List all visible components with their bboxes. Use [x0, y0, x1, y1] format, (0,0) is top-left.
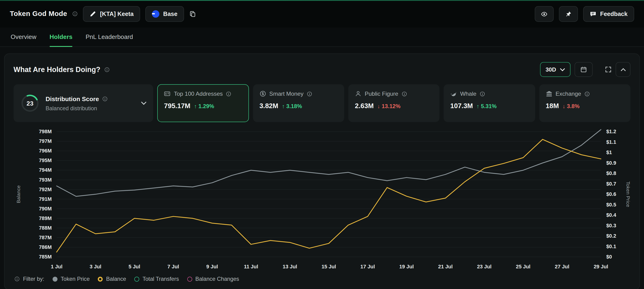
stat-card-smart-money[interactable]: Smart Money3.82M↑ 3.18%: [253, 84, 344, 122]
stat-card-change: ↓ 13.12%: [377, 103, 400, 109]
svg-text:798M: 798M: [39, 129, 52, 134]
info-icon: [307, 91, 312, 96]
stat-card-change: ↓ 3.8%: [563, 103, 580, 109]
legend-item-balance[interactable]: Balance: [98, 276, 126, 282]
stat-card-change: ↑ 3.18%: [282, 103, 302, 109]
stat-card-label: Public Figure: [365, 91, 398, 97]
pin-button[interactable]: [559, 6, 578, 22]
page-title: Token God Mode: [10, 10, 67, 18]
base-chain-icon: [152, 10, 160, 18]
svg-text:1 Jul: 1 Jul: [51, 264, 62, 269]
panel-header: What Are Holders Doing? 30D: [14, 62, 630, 77]
holders-balance-chart[interactable]: 798M797M796M795M794M793M792M791M790M789M…: [14, 126, 630, 272]
legend-item-token-price[interactable]: Token Price: [52, 276, 90, 282]
svg-text:17 Jul: 17 Jul: [360, 264, 375, 269]
svg-text:19 Jul: 19 Jul: [399, 264, 414, 269]
svg-text:5 Jul: 5 Jul: [128, 264, 140, 269]
svg-text:$0.2: $0.2: [606, 233, 616, 239]
stat-card-top-100-addresses[interactable]: Top 100 Addresses795.17M↑ 1.29%: [158, 84, 249, 122]
info-icon: [226, 91, 232, 96]
timeframe-select[interactable]: 30D: [540, 62, 570, 77]
tab-pnl-leaderboard[interactable]: PnL Leaderboard: [86, 28, 133, 47]
stat-card-whale[interactable]: Whale107.3M↑ 5.31%: [444, 84, 535, 122]
chain-selector-button[interactable]: Base: [146, 6, 184, 22]
chain-selector-label: Base: [163, 11, 178, 17]
svg-text:25 Jul: 25 Jul: [516, 264, 530, 269]
feedback-button[interactable]: Feedback: [583, 6, 634, 22]
stat-card-value: 2.63M: [355, 102, 374, 110]
svg-text:$0: $0: [606, 254, 612, 260]
series-line-token-price: [57, 130, 601, 196]
tab-bar: OverviewHoldersPnL Leaderboard: [0, 28, 644, 47]
stat-card-public-figure[interactable]: Public Figure2.63M↓ 13.12%: [348, 84, 440, 122]
chevron-down-icon[interactable]: [141, 100, 147, 106]
stat-card-distribution-score[interactable]: 23Distribution ScoreBalanced distributio…: [14, 84, 153, 122]
info-icon: [584, 91, 590, 96]
date-picker-button[interactable]: [575, 62, 593, 77]
bank-icon: [546, 91, 552, 97]
svg-text:23 Jul: 23 Jul: [477, 264, 492, 269]
whale-icon: [450, 91, 457, 97]
info-icon[interactable]: [104, 67, 110, 72]
tab-overview[interactable]: Overview: [11, 28, 36, 47]
svg-text:21 Jul: 21 Jul: [438, 264, 453, 269]
svg-text:$1.1: $1.1: [606, 139, 616, 145]
legend-marker-total-transfers: [134, 276, 139, 281]
svg-text:797M: 797M: [39, 138, 52, 144]
svg-text:$0.1: $0.1: [606, 243, 616, 249]
svg-text:27 Jul: 27 Jul: [555, 264, 569, 269]
card-icon: [164, 91, 170, 97]
app-root: Token God Mode [KTA] Keeta Base: [0, 0, 644, 289]
chart-filter-legend: Filter by: Token PriceBalanceTotal Trans…: [14, 272, 630, 287]
legend-item-label: Token Price: [61, 276, 90, 282]
svg-text:$0.5: $0.5: [606, 202, 616, 208]
svg-text:Balance: Balance: [16, 185, 21, 203]
legend-item-total-transfers[interactable]: Total Transfers: [134, 276, 179, 282]
stat-card-exchange[interactable]: Exchange18M↓ 3.8%: [539, 84, 630, 122]
watch-button[interactable]: [535, 6, 554, 22]
token-selector-label: [KTA] Keeta: [100, 11, 134, 17]
info-icon: [480, 91, 485, 96]
info-icon[interactable]: [72, 11, 78, 17]
series-line-balance: [57, 139, 601, 252]
filter-by-label: Filter by:: [23, 276, 44, 282]
token-selector-button[interactable]: [KTA] Keeta: [83, 6, 140, 22]
stat-card-label: Whale: [460, 91, 476, 97]
holders-panel: What Are Holders Doing? 30D: [4, 54, 640, 289]
distribution-score-value: 23: [20, 93, 40, 113]
legend-item-label: Total Transfers: [142, 276, 179, 282]
timeframe-label: 30D: [546, 66, 556, 73]
main-content: What Are Holders Doing? 30D: [0, 47, 644, 289]
svg-text:790M: 790M: [39, 206, 52, 212]
expand-icon: [605, 66, 612, 73]
pin-icon: [565, 11, 572, 17]
panel-title: What Are Holders Doing?: [14, 65, 100, 74]
chart-area: 798M797M796M795M794M793M792M791M790M789M…: [14, 126, 630, 272]
stat-card-label: Top 100 Addresses: [174, 91, 223, 97]
fullscreen-button[interactable]: [605, 66, 612, 73]
svg-text:789M: 789M: [39, 215, 52, 221]
svg-text:3 Jul: 3 Jul: [90, 264, 102, 269]
svg-text:$0.4: $0.4: [606, 212, 616, 218]
svg-text:$0.7: $0.7: [606, 181, 616, 187]
stat-card-row: 23Distribution ScoreBalanced distributio…: [14, 84, 630, 122]
legend-item-balance-changes[interactable]: Balance Changes: [187, 276, 239, 282]
svg-text:15 Jul: 15 Jul: [322, 264, 336, 269]
legend-marker-token-price: [52, 276, 58, 281]
svg-text:13 Jul: 13 Jul: [283, 264, 297, 269]
distribution-subtitle: Balanced distribution: [46, 105, 136, 111]
coin-icon: [260, 91, 266, 97]
chevron-up-icon: [620, 67, 626, 72]
svg-text:788M: 788M: [39, 225, 52, 231]
stat-card-label: Exchange: [556, 91, 581, 97]
collapse-panel-button[interactable]: [616, 62, 630, 77]
svg-text:$0.9: $0.9: [606, 160, 616, 166]
legend-marker-balance: [98, 276, 103, 281]
legend-marker-balance-changes: [187, 276, 192, 281]
tab-holders[interactable]: Holders: [50, 28, 72, 47]
legend-item-label: Balance: [106, 276, 126, 282]
svg-text:787M: 787M: [39, 235, 52, 240]
copy-address-button[interactable]: [189, 11, 196, 17]
svg-text:$1: $1: [606, 149, 612, 155]
info-icon: [14, 276, 20, 282]
